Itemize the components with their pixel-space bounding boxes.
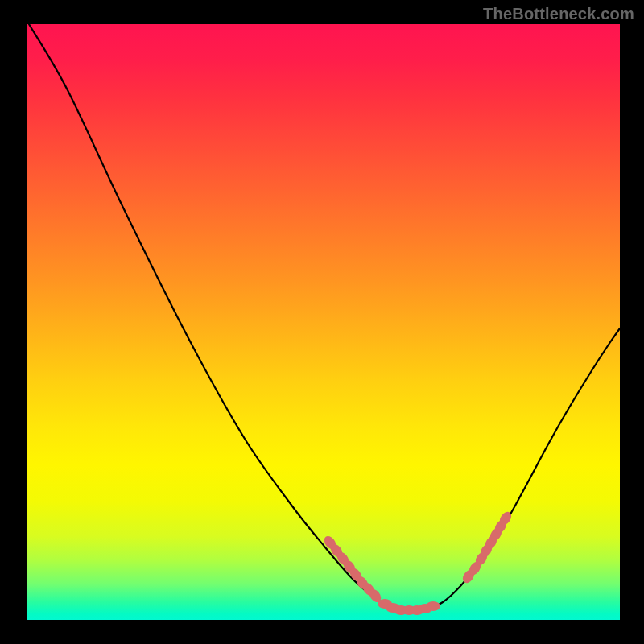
- bottleneck-curve: [29, 24, 620, 610]
- chart-svg: [27, 24, 620, 620]
- plot-area: [27, 24, 620, 620]
- data-point: [426, 601, 440, 611]
- data-dots-trough: [378, 599, 440, 615]
- data-dots-left-descending: [322, 534, 384, 605]
- data-dots-right-ascending: [460, 510, 514, 585]
- watermark-label: TheBottleneck.com: [483, 5, 634, 23]
- chart-frame: TheBottleneck.com: [0, 0, 644, 644]
